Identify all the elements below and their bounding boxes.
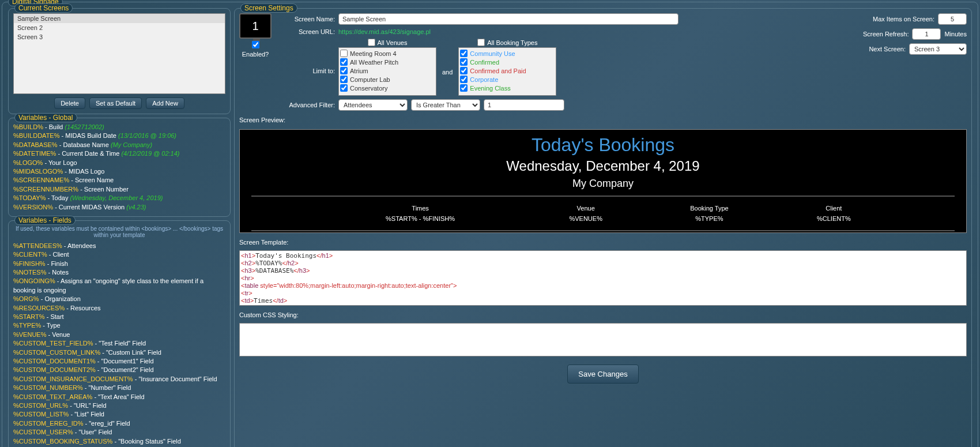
- refresh-input[interactable]: [912, 28, 941, 40]
- venue-item[interactable]: All Weather Pitch: [340, 58, 435, 66]
- variable-item: %CUSTOM_DOCUMENT2% - "Document2" Field: [13, 366, 225, 374]
- adv-filter-op-select[interactable]: Is Greater Than: [411, 99, 480, 111]
- variable-item: %ORG% - Organization: [13, 295, 225, 303]
- screen-list-item[interactable]: Screen 3: [14, 32, 225, 42]
- set-default-button[interactable]: Set as Default: [89, 97, 142, 109]
- variables-fields-panel: Variables - Fields If used, these variab…: [8, 220, 231, 447]
- current-screens-legend: Current Screens: [14, 3, 73, 13]
- screen-preview[interactable]: Today's Bookings Wednesday, December 4, …: [239, 129, 967, 233]
- booking-type-item[interactable]: Confirmed: [460, 58, 555, 66]
- preview-data-cell: %START% - %FINISH%: [314, 214, 527, 223]
- add-new-button[interactable]: Add New: [146, 97, 184, 109]
- custom-css-textarea[interactable]: [239, 323, 967, 356]
- variable-item: %CUSTOM_EREG_ID% - "ereg_id" Field: [13, 419, 225, 428]
- variable-item: %TYPE% - Type: [13, 321, 225, 330]
- max-items-input[interactable]: [938, 13, 967, 25]
- variable-item: %CUSTOM_URL% - "URL" Field: [13, 401, 225, 410]
- variables-global-panel: Variables - Global %BUILD% - Build (1452…: [8, 118, 231, 217]
- screen-list-item[interactable]: Screen 2: [14, 23, 225, 32]
- variable-item: %LOGO% - Your Logo: [13, 159, 225, 167]
- screen-settings-legend: Screen Settings: [240, 3, 297, 13]
- limit-to-label: Limit to:: [277, 39, 335, 74]
- variable-item: %VERSION% - Current MIDAS Version (v4.23…: [13, 203, 225, 212]
- variable-item: %BUILD% - Build (1452712002): [13, 123, 225, 132]
- preview-data-cell: %TYPE%: [644, 214, 774, 223]
- variable-item: %SCREENNAME% - Screen Name: [13, 176, 225, 185]
- preview-divider: [251, 196, 955, 197]
- variables-global-legend: Variables - Global: [14, 113, 77, 122]
- css-label: Custom CSS Styling:: [239, 311, 967, 318]
- variables-fields-note: If used, these variables must be contain…: [13, 226, 225, 238]
- advanced-filter-label: Advanced Filter:: [277, 102, 335, 108]
- preview-header-cell: Times: [314, 204, 527, 213]
- preview-data-cell: %CLIENT%: [775, 214, 892, 223]
- variable-item: %CUSTOM_CUSTOM_LINK% - "Custom Link" Fie…: [13, 348, 225, 357]
- variable-item: %CUSTOM_INSURANCE_DOCUMENT% - "Insurance…: [13, 375, 225, 384]
- preview-company: My Company: [240, 178, 966, 190]
- variable-item: %CLIENT% - Client: [13, 250, 225, 259]
- preview-divider-2: [251, 230, 955, 231]
- venue-item[interactable]: Atrium: [340, 66, 435, 75]
- refresh-label: Screen Refresh:: [863, 31, 909, 37]
- preview-data-cell: %VENUE%: [528, 214, 643, 223]
- variable-item: %DATABASE% - Database Name (My Company): [13, 141, 225, 149]
- booking-type-item[interactable]: Confirmed and Paid: [460, 66, 555, 75]
- preview-header-cell: Client: [775, 204, 892, 213]
- venue-item[interactable]: Conservatory: [340, 84, 435, 92]
- variable-item: %NOTES% - Notes: [13, 268, 225, 277]
- booking-type-item[interactable]: Community Use: [460, 49, 555, 58]
- next-screen-select[interactable]: Screen 3: [909, 43, 967, 55]
- screen-name-input[interactable]: [338, 13, 679, 25]
- variable-item: %CUSTOM_LIST% - "List" Field: [13, 410, 225, 419]
- enabled-label: Enabled?: [242, 51, 269, 58]
- venues-list[interactable]: Meeting Room 4All Weather PitchAtriumCom…: [338, 47, 436, 96]
- current-screens-panel: Current Screens Sample ScreenScreen 2Scr…: [8, 8, 231, 114]
- preview-header-cell: Venue: [528, 204, 643, 213]
- screen-name-label: Screen Name:: [277, 16, 335, 22]
- adv-filter-value-input[interactable]: [484, 99, 564, 111]
- variable-item: %ATTENDEES% - Attendees: [13, 242, 225, 250]
- venue-item[interactable]: Meeting Room 4: [340, 49, 435, 58]
- enabled-checkbox[interactable]: [252, 41, 259, 48]
- all-booking-types-checkbox[interactable]: [477, 39, 485, 46]
- variable-item: %SCREENNUMBER% - Screen Number: [13, 185, 225, 194]
- venue-item[interactable]: Computer Lab: [340, 75, 435, 84]
- preview-date: Wednesday, December 4, 2019: [240, 158, 966, 174]
- screen-number-icon: 1: [239, 13, 272, 39]
- variable-item: %CUSTOM_USER% - "User" Field: [13, 428, 225, 437]
- adv-filter-field-select[interactable]: Attendees: [338, 99, 408, 111]
- digital-signage-panel: Digital Signage Current Screens Sample S…: [2, 2, 978, 447]
- screen-list-item[interactable]: Sample Screen: [14, 14, 225, 23]
- screen-template-textarea[interactable]: <h1>Today's Bookings</h1><h2>%TODAY%</h2…: [239, 250, 967, 306]
- booking-type-item[interactable]: Evening Class: [460, 84, 555, 92]
- preview-header-cell: Booking Type: [644, 204, 774, 213]
- all-venues-label: All Venues: [378, 39, 408, 46]
- refresh-unit: Minutes: [944, 31, 967, 37]
- all-booking-types-label: All Booking Types: [487, 39, 537, 46]
- screen-list[interactable]: Sample ScreenScreen 2Screen 3: [13, 13, 225, 94]
- variable-item: %MIDASLOGO% - MIDAS Logo: [13, 167, 225, 176]
- variables-global-list: %BUILD% - Build (1452712002)%BUILDDATE% …: [13, 123, 225, 212]
- preview-table: TimesVenueBooking TypeClient %START% - %…: [312, 202, 894, 224]
- next-screen-label: Next Screen:: [869, 46, 906, 52]
- preview-label: Screen Preview:: [239, 117, 967, 123]
- variables-fields-legend: Variables - Fields: [14, 216, 76, 225]
- screen-url-link[interactable]: https://dev.mid.as/423/signage.pl: [338, 28, 431, 35]
- max-items-label: Max Items on Screen:: [873, 16, 934, 22]
- variable-item: %DATETIME% - Current Date & Time (4/12/2…: [13, 149, 225, 158]
- variable-item: %RESOURCES% - Resources: [13, 304, 225, 313]
- booking-type-item[interactable]: Corporate: [460, 75, 555, 84]
- save-changes-button[interactable]: Save Changes: [567, 365, 638, 384]
- all-venues-checkbox[interactable]: [368, 39, 375, 46]
- preview-title: Today's Bookings: [240, 130, 966, 156]
- variable-item: %ONGOING% - Assigns an "ongoing" style c…: [13, 277, 225, 295]
- booking-types-list[interactable]: Community UseConfirmedConfirmed and Paid…: [458, 47, 556, 96]
- delete-button[interactable]: Delete: [54, 97, 85, 109]
- variable-item: %TODAY% - Today (Wednesday, December 4, …: [13, 194, 225, 202]
- and-label: and: [440, 69, 455, 76]
- variable-item: %CUSTOM_BOOKING_STATUS% - "Booking Statu…: [13, 437, 225, 446]
- variable-item: %FINISH% - Finish: [13, 260, 225, 268]
- variable-item: %CUSTOM_DOCUMENT1% - "Document1" Field: [13, 357, 225, 366]
- variable-item: %CUSTOM_NUMBER% - "Number" Field: [13, 384, 225, 392]
- screen-url-label: Screen URL:: [277, 28, 335, 35]
